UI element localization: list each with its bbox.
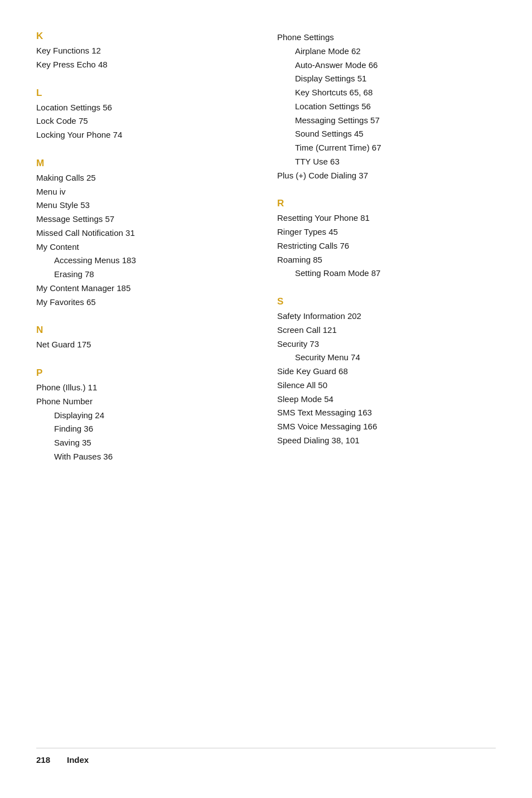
index-entry: Location Settings 56 (36, 101, 255, 115)
section-letter: R (277, 198, 496, 209)
index-entry: Ringer Types 45 (277, 225, 496, 239)
index-entry: Silence All 50 (277, 379, 496, 393)
index-entry: Key Press Echo 48 (36, 58, 255, 72)
index-section: PPhone (Illus.) 11Phone NumberDisplaying… (36, 367, 255, 464)
index-entry: Message Settings 57 (36, 212, 255, 226)
index-entry: Displaying 24 (36, 409, 255, 423)
index-entry: Finding 36 (36, 422, 255, 436)
index-entry: Security Menu 74 (277, 351, 496, 365)
page-container: KKey Functions 12Key Press Echo 48LLocat… (0, 0, 532, 798)
index-entry: Display Settings 51 (277, 72, 496, 86)
index-entry: Locking Your Phone 74 (36, 128, 255, 142)
index-entry: SMS Voice Messaging 166 (277, 420, 496, 434)
index-section: MMaking Calls 25Menu ivMenu Style 53Mess… (36, 158, 255, 309)
index-entry: Side Key Guard 68 (277, 365, 496, 379)
content-columns: KKey Functions 12Key Press Echo 48LLocat… (36, 31, 496, 737)
page-number: 218 (36, 755, 50, 765)
section-letter: P (36, 367, 255, 379)
index-entry: Phone (Illus.) 11 (36, 381, 255, 395)
index-entry: Accessing Menus 183 (36, 254, 255, 268)
index-entry: Lock Code 75 (36, 114, 255, 128)
index-entry: With Pauses 36 (36, 450, 255, 464)
index-entry: Safety Information 202 (277, 309, 496, 323)
index-entry: Key Shortcuts 65, 68 (277, 86, 496, 100)
index-entry: Erasing 78 (36, 268, 255, 282)
index-entry: Phone Settings (277, 31, 496, 45)
index-entry: My Content Manager 185 (36, 282, 255, 296)
index-entry: Making Calls 25 (36, 171, 255, 185)
index-entry: Restricting Calls 76 (277, 239, 496, 253)
index-section: LLocation Settings 56Lock Code 75Locking… (36, 88, 255, 142)
index-entry: Phone Number (36, 395, 255, 409)
section-letter: S (277, 296, 496, 307)
section-letter: L (36, 88, 255, 99)
index-section: SSafety Information 202Screen Call 121Se… (277, 296, 496, 448)
index-section: RResetting Your Phone 81Ringer Types 45R… (277, 198, 496, 280)
index-entry: Menu iv (36, 185, 255, 199)
page-footer: 218 Index (36, 748, 496, 765)
index-entry: Key Functions 12 (36, 44, 255, 58)
index-entry: Setting Roam Mode 87 (277, 267, 496, 280)
index-entry: Location Settings 56 (277, 100, 496, 114)
index-entry: SMS Text Messaging 163 (277, 406, 496, 420)
index-entry: Time (Current Time) 67 (277, 141, 496, 155)
index-entry: Resetting Your Phone 81 (277, 211, 496, 225)
index-section: Phone SettingsAirplane Mode 62Auto-Answe… (277, 31, 496, 182)
index-entry: My Favorites 65 (36, 296, 255, 309)
section-letter: M (36, 158, 255, 169)
index-entry: Saving 35 (36, 436, 255, 450)
index-entry: Menu Style 53 (36, 199, 255, 212)
index-entry: Security 73 (277, 337, 496, 351)
index-section: KKey Functions 12Key Press Echo 48 (36, 31, 255, 72)
section-letter: K (36, 31, 255, 42)
index-entry: Sound Settings 45 (277, 127, 496, 141)
index-entry: Speed Dialing 38, 101 (277, 434, 496, 448)
column-right: Phone SettingsAirplane Mode 62Auto-Answe… (272, 31, 496, 737)
index-entry: Screen Call 121 (277, 323, 496, 337)
index-entry: Sleep Mode 54 (277, 393, 496, 407)
index-entry: My Content (36, 240, 255, 254)
index-entry: Auto-Answer Mode 66 (277, 59, 496, 72)
index-entry: Messaging Settings 57 (277, 114, 496, 128)
index-entry: Roaming 85 (277, 253, 496, 267)
index-entry: Net Guard 175 (36, 338, 255, 352)
section-letter: N (36, 325, 255, 336)
column-left: KKey Functions 12Key Press Echo 48LLocat… (36, 31, 272, 737)
index-entry: Airplane Mode 62 (277, 45, 496, 59)
index-section: NNet Guard 175 (36, 325, 255, 352)
index-entry: TTY Use 63 (277, 155, 496, 169)
footer-title: Index (67, 755, 89, 765)
index-entry: Plus (+) Code Dialing 37 (277, 169, 496, 183)
index-entry: Missed Call Notification 31 (36, 226, 255, 240)
